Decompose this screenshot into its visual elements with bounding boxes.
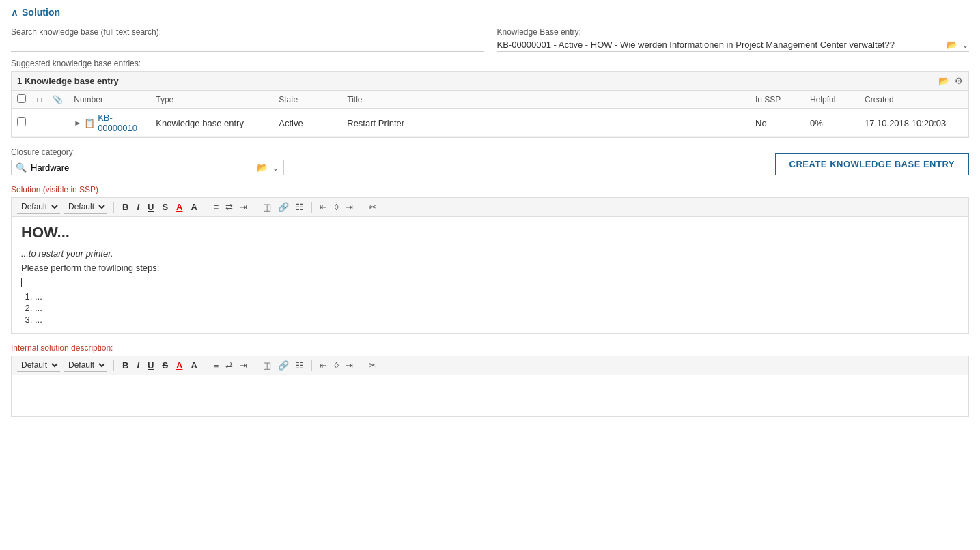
align-right-icon[interactable]: ⇥ [344,201,354,213]
chevron-down-icon[interactable]: ⌄ [962,40,969,50]
strikethrough-button[interactable]: S [160,201,170,213]
row-title-cell: Restart Printer [341,109,750,137]
link-icon[interactable]: 🔗 [277,201,290,213]
internal-label: Internal solution description: [11,343,969,353]
search-input[interactable] [11,38,484,52]
int-font-color-button[interactable]: A [174,360,184,371]
int-link-icon[interactable]: 🔗 [277,360,290,371]
col-attach-header: 📎 [47,91,68,109]
section-header[interactable]: ∧ Solution [11,7,969,18]
toolbar-sep-1 [113,202,114,213]
closure-chevron-icon[interactable]: ⌄ [272,162,279,173]
folder-icon[interactable]: 📂 [947,40,957,50]
int-toolbar-sep-2 [206,360,206,371]
settings-icon[interactable]: ⚙ [955,76,963,86]
search-sym-icon: 🔍 [16,162,27,173]
expand-icon[interactable]: ► [74,119,81,127]
int-font-highlight-button[interactable]: A [188,360,199,371]
internal-editor-body[interactable] [12,375,968,416]
bottom-action-row: Closure category: 🔍 📂 ⌄ CREATE KNOWLEDGE… [11,147,969,175]
internal-font-size-select[interactable]: Default [64,359,107,372]
solution-editor-body[interactable]: HOW... ...to restart your printer. Pleas… [12,217,968,333]
suggested-label: Suggested knowledge base entries: [11,59,969,68]
internal-editor-container: Default Default B I U S A A ≡ ⇄ ⇥ ◫ 🔗 ☷ [11,356,969,417]
int-align-right-icon[interactable]: ⇥ [344,360,354,371]
internal-section: Internal solution description: Default D… [11,343,969,417]
int-italic-button[interactable]: I [135,360,141,371]
font-size-select[interactable]: Default [64,201,107,214]
italic-button[interactable]: I [135,201,141,213]
kb-table-action-icons: 📂 ⚙ [938,76,963,86]
closure-label: Closure category: [11,147,284,157]
editor-line2: Please perform the fowlloing steps: [21,263,959,273]
int-indent-icon[interactable]: ⇥ [238,360,249,371]
col-helpful-header: Helpful [804,91,859,109]
int-strikethrough-button[interactable]: S [160,360,170,371]
row-checkbox[interactable] [17,117,26,126]
table-header-row: □ 📎 Number Type State Title In SSP Helpf… [12,91,968,109]
int-table-icon[interactable]: ☷ [294,360,305,371]
closure-input-row: 🔍 📂 ⌄ [11,160,284,175]
int-toolbar-sep-5 [361,360,361,371]
text-cursor [21,278,22,287]
row-expand-detail-icon[interactable]: 📋 [84,118,95,128]
int-align-center-icon[interactable]: ◊ [333,360,339,371]
kb-entry-label: Knowledge Base entry: [497,27,970,37]
col-created-header: Created [859,91,968,109]
font-highlight-button[interactable]: A [188,201,199,213]
kb-count-label: 1 Knowledge base entry [17,76,119,86]
row-ssp-cell: No [750,109,804,137]
create-kb-button[interactable]: CREATE KNOWLEDGE BASE ENTRY [775,153,969,175]
col-ssp-header: In SSP [750,91,804,109]
int-clear-format-icon[interactable]: ✂ [367,360,378,371]
table-icon[interactable]: ☷ [294,201,305,213]
align-center-icon[interactable]: ◊ [333,201,339,213]
internal-toolbar: Default Default B I U S A A ≡ ⇄ ⇥ ◫ 🔗 ☷ [12,356,968,375]
row-number-link[interactable]: KB-00000010 [98,113,145,133]
bold-button[interactable]: B [120,201,130,213]
int-list-unordered-icon[interactable]: ≡ [212,360,221,371]
kb-entry-icons: 📂 ⌄ [947,40,969,50]
row-number-cell: ► 📋 KB-00000010 [68,109,150,137]
kb-table-header: 1 Knowledge base entry 📂 ⚙ [12,72,968,91]
search-group: Search knowledge base (full text search)… [11,27,484,52]
int-list-ordered-icon[interactable]: ⇄ [224,360,234,371]
list-item-2: ... [35,303,959,313]
col-type-header: Type [150,91,273,109]
row-checkbox-cell [12,109,31,137]
clear-format-icon[interactable]: ✂ [367,201,378,213]
list-item-3: ... [35,315,959,325]
int-bold-button[interactable]: B [120,360,130,371]
search-label: Search knowledge base (full text search)… [11,27,484,37]
align-left-icon[interactable]: ⇤ [318,201,328,213]
indent-icon[interactable]: ⇥ [238,201,249,213]
folder-action-icon[interactable]: 📂 [938,76,949,86]
internal-font-family-select[interactable]: Default [17,359,60,372]
solution-label: Solution (visible in SSP) [11,185,969,194]
table-row: ► 📋 KB-00000010 Knowledge base entry Act… [12,109,968,137]
col-note-header: □ [31,91,47,109]
closure-folder-icon[interactable]: 📂 [257,162,268,173]
select-all-checkbox[interactable] [17,94,26,103]
int-toolbar-sep-4 [311,360,312,371]
row-type-cell: Knowledge base entry [150,109,273,137]
int-toolbar-sep-1 [113,360,114,371]
image-icon[interactable]: ◫ [262,201,272,213]
font-color-button-a[interactable]: A [174,201,184,213]
int-underline-button[interactable]: U [145,360,156,371]
font-family-select[interactable]: Default [17,201,60,214]
list-ordered-icon[interactable]: ⇄ [224,201,234,213]
list-unordered-icon[interactable]: ≡ [212,201,221,213]
int-image-icon[interactable]: ◫ [262,360,272,371]
solution-editor-container: Default Default B I U S A A ≡ ⇄ ⇥ ◫ 🔗 ☷ [11,197,969,334]
row-state-cell: Active [273,109,341,137]
int-align-left-icon[interactable]: ⇤ [318,360,328,371]
underline-button[interactable]: U [145,201,156,213]
row-expander: ► 📋 KB-00000010 [74,113,145,133]
editor-cursor-line [21,277,959,287]
closure-input[interactable] [31,162,250,173]
editor-heading: HOW... [21,224,959,242]
row-helpful-cell: 0% [804,109,859,137]
list-item-1: ... [35,291,959,302]
int-toolbar-sep-3 [255,360,255,371]
